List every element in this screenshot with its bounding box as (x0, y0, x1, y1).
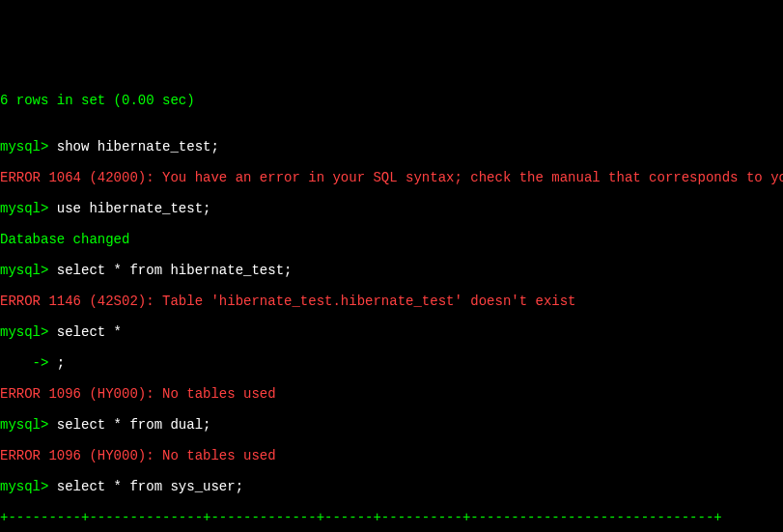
status-message: Database changed (0, 232, 783, 247)
command-input[interactable]: show hibernate_test; (57, 139, 219, 154)
prompt-line: mysql> select * (0, 324, 783, 340)
prompt-line: mysql> select * from sys_user; (0, 479, 783, 494)
mysql-prompt: mysql> (0, 201, 57, 216)
command-input[interactable]: select * (57, 324, 122, 340)
prompt-line: mysql> select * from dual; (0, 417, 783, 433)
prompt-line: mysql> select * from hibernate_test; (0, 263, 783, 278)
continuation-line: -> ; (0, 355, 783, 371)
command-input[interactable]: select * from dual; (57, 417, 211, 433)
command-input[interactable]: select * from sys_user; (57, 479, 243, 494)
mysql-prompt: mysql> (0, 417, 57, 433)
prompt-line: mysql> use hibernate_test; (0, 201, 783, 216)
error-message: ERROR 1096 (HY000): No tables used (0, 448, 783, 463)
mysql-prompt: mysql> (0, 139, 57, 154)
error-message: ERROR 1096 (HY000): No tables used (0, 386, 783, 402)
command-input[interactable]: ; (57, 355, 65, 371)
command-input[interactable]: use hibernate_test; (57, 201, 211, 216)
mysql-prompt: mysql> (0, 479, 57, 494)
result-summary: 6 rows in set (0.00 sec) (0, 93, 783, 108)
command-input[interactable]: select * from hibernate_test; (57, 263, 293, 278)
continuation-prompt: -> (0, 355, 57, 371)
prompt-line: mysql> show hibernate_test; (0, 139, 783, 154)
mysql-prompt: mysql> (0, 324, 57, 340)
error-message: ERROR 1064 (42000): You have an error in… (0, 170, 783, 185)
table-separator: +---------+--------------+-------------+… (0, 510, 783, 525)
error-message: ERROR 1146 (42S02): Table 'hibernate_tes… (0, 294, 783, 309)
terminal[interactable]: 6 rows in set (0.00 sec) mysql> show hib… (0, 77, 783, 532)
mysql-prompt: mysql> (0, 263, 57, 278)
